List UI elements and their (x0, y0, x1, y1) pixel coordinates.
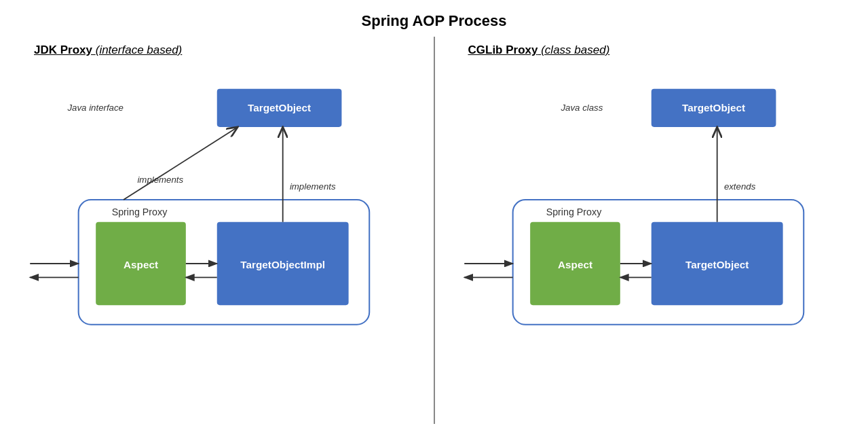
target-interface-label: TargetObject (248, 102, 311, 113)
diagram-container: JDK Proxy (interface based) TargetObject… (0, 37, 868, 424)
left-diagram: TargetObject Java interface Spring Proxy… (14, 61, 421, 401)
aspect-label: Aspect (124, 259, 158, 270)
aspect-label-r: Aspect (557, 259, 592, 270)
left-panel: JDK Proxy (interface based) TargetObject… (0, 37, 434, 424)
cglib-proxy-title: CGLib Proxy (468, 43, 538, 56)
implements-label1: implements (137, 175, 183, 185)
implements-label2: implements (290, 181, 336, 192)
spring-proxy-label: Spring Proxy (112, 207, 168, 217)
right-panel-title: CGLib Proxy (class based) (448, 43, 855, 57)
target-obj-label-r: TargetObject (685, 259, 749, 270)
java-class-label: Java class (560, 103, 603, 113)
right-diagram: TargetObject Java class Spring Proxy Asp… (448, 61, 855, 401)
page-title: Spring AOP Process (0, 0, 868, 37)
implements-arrow1 (124, 127, 238, 200)
spring-proxy-label-r: Spring Proxy (546, 207, 602, 217)
left-panel-title: JDK Proxy (interface based) (14, 43, 421, 57)
jdk-proxy-title: JDK Proxy (34, 43, 92, 56)
right-panel: CGLib Proxy (class based) TargetObject J… (434, 37, 869, 424)
target-class-label: TargetObject (681, 102, 744, 113)
jdk-proxy-subtitle: (interface based) (96, 43, 183, 56)
cglib-proxy-subtitle: (class based) (541, 43, 609, 56)
extends-label: extends (723, 181, 755, 192)
target-impl-label: TargetObjectImpl (240, 259, 325, 270)
java-interface-label: Java interface (67, 103, 124, 113)
